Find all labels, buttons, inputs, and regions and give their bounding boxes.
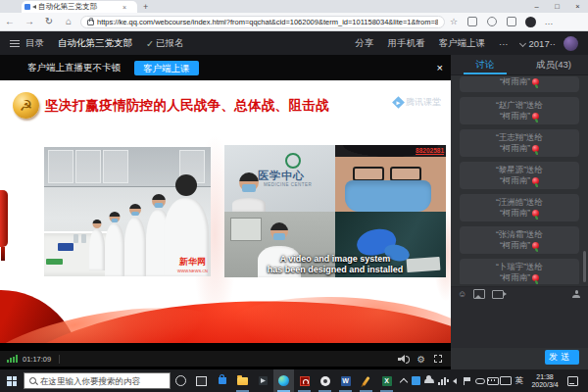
window-close-button[interactable]: ×: [567, 0, 588, 13]
back-icon[interactable]: ←: [0, 13, 20, 30]
tray-flag-button[interactable]: [461, 369, 473, 392]
tab-discussion[interactable]: 讨论: [451, 55, 519, 74]
rose-icon: [532, 274, 539, 281]
window-minimize-button[interactable]: –: [526, 0, 547, 13]
gift-message: “卜瑞宇”送给 “柯雨南”: [460, 259, 579, 284]
video-caption: A video and image system has been design…: [224, 254, 446, 274]
taskbar-search[interactable]: [24, 372, 171, 389]
browser-menu-icon[interactable]: …: [540, 17, 558, 26]
collections-icon[interactable]: [487, 17, 497, 26]
controls-right: ⚙: [398, 355, 442, 364]
browser-profile-avatar[interactable]: [525, 17, 536, 27]
favorite-star-icon[interactable]: ☆: [445, 17, 463, 26]
url-field[interactable]: https://ke.qq.com/webcourse/index.html?f…: [80, 16, 445, 28]
browser-titlebar: 自动化第三党支部 × + – □ ×: [0, 0, 588, 13]
emoji-picker-icon[interactable]: ☺: [458, 289, 466, 299]
refresh-icon[interactable]: ↻: [39, 13, 59, 30]
extension-icon[interactable]: [507, 17, 516, 26]
word-icon: W: [341, 376, 351, 386]
clock-date: 2020/3/4: [527, 381, 563, 389]
user-avatar[interactable]: [564, 36, 578, 51]
search-input[interactable]: [40, 375, 170, 387]
brand-play-icon: [392, 96, 405, 109]
windows-logo-icon: [7, 376, 17, 386]
chevron-down-icon: [518, 39, 525, 46]
account-label[interactable]: 2017··: [529, 38, 556, 49]
header-more-button[interactable]: ···: [499, 38, 509, 49]
cortana-button[interactable]: [171, 369, 191, 392]
glasses: [353, 167, 421, 178]
start-button[interactable]: [0, 369, 24, 392]
rose-icon: [532, 177, 539, 184]
tray-cloud-button[interactable]: [422, 369, 435, 392]
word-button[interactable]: W: [335, 369, 356, 392]
menu-icon[interactable]: [10, 40, 20, 47]
ime-indicator[interactable]: 英: [512, 375, 527, 387]
rose-icon: [532, 113, 539, 120]
chat-message-list[interactable]: “柯雨南” “赵广谱”送给 “柯雨南” “王志翔”送给 “柯雨南” “黎星源”送…: [451, 76, 588, 284]
qq-tray-icon: [412, 376, 420, 385]
letterbox: [0, 343, 451, 351]
media-app-button[interactable]: [253, 369, 273, 392]
store-button[interactable]: [212, 369, 232, 392]
browser-tab[interactable]: 自动化第三党支部 ×: [22, 1, 137, 13]
slide-surface[interactable]: ☭ 坚决打赢疫情防控的人民战争、总体战、阻击战 腾讯课堂: [0, 80, 451, 343]
gift-message: “柯雨南”: [460, 76, 579, 92]
tab-members[interactable]: 成员(43): [519, 55, 588, 74]
folder-icon: [237, 377, 248, 385]
player-controls: 01:17:09 ⚙: [0, 351, 451, 367]
person-figure: [124, 204, 146, 276]
tray-link-button[interactable]: [473, 369, 486, 392]
acrobat-icon: [300, 376, 310, 386]
taskbar-clock[interactable]: 21:38 2020/3/4: [527, 373, 563, 389]
file-explorer-button[interactable]: [232, 369, 253, 392]
music-app-button[interactable]: [315, 369, 335, 392]
settings-gear-icon[interactable]: ⚙: [416, 355, 425, 364]
controls-divider: [59, 355, 60, 364]
tab-close-icon[interactable]: ×: [122, 4, 126, 11]
toc-button[interactable]: 目录: [25, 37, 44, 50]
speaker-icon: [453, 378, 457, 384]
action-center-button[interactable]: [563, 369, 582, 392]
tray-expand-button[interactable]: [397, 369, 410, 392]
send-button[interactable]: 发送: [545, 350, 579, 365]
chat-input[interactable]: [451, 301, 588, 348]
tray-volume-button[interactable]: [448, 369, 461, 392]
forward-icon[interactable]: →: [20, 13, 39, 30]
gift-message: “黎星源”送给 “柯雨南”: [460, 162, 579, 189]
gift-message: “汪洲皓”送给 “柯雨南”: [460, 194, 579, 221]
new-tab-button[interactable]: +: [143, 2, 148, 12]
course-header: 目录 自动化第三党支部 ✓ 已报名 分享 用手机看 客户端上课 ··· 2017…: [0, 31, 588, 55]
tray-qq-button[interactable]: [410, 369, 422, 392]
photo-lab-visit: 新华网 WWW.NEWS.CN: [44, 147, 211, 276]
home-icon[interactable]: ⌂: [59, 13, 78, 30]
watch-on-phone-button[interactable]: 用手机看: [388, 37, 425, 50]
task-view-button[interactable]: [191, 369, 212, 392]
camera-icon[interactable]: [492, 290, 504, 299]
acrobat-button[interactable]: [294, 369, 315, 392]
network-icon: [438, 377, 446, 385]
tray-keyboard-button[interactable]: [486, 369, 499, 392]
member-toggle-icon[interactable]: [572, 290, 580, 298]
lab-glassware: [81, 234, 86, 243]
favorites-bar-icon[interactable]: [467, 17, 477, 26]
lab-glassware: [74, 234, 78, 243]
gift-message: “王志翔”送给 “柯雨南”: [460, 129, 579, 157]
client-class-button[interactable]: 客户端上课: [439, 37, 486, 50]
link-icon: [475, 378, 485, 384]
tray-display-button[interactable]: [499, 369, 512, 392]
excel-button[interactable]: X: [376, 369, 397, 392]
banner-close-icon[interactable]: ×: [437, 63, 443, 74]
pen-app-button[interactable]: [356, 369, 376, 392]
fullscreen-icon[interactable]: [434, 355, 442, 363]
share-button[interactable]: 分享: [356, 37, 374, 50]
banner-client-button[interactable]: 客户端上课: [134, 61, 199, 75]
edge-browser-button[interactable]: [273, 369, 294, 392]
test-tube-rack: [58, 243, 74, 251]
chat-scrollbar[interactable]: [583, 251, 586, 282]
video-player[interactable]: 客户端上直播更不卡顿 客户端上课 × ☭ 坚决打赢疫情防控的人民战争、总体战、阻…: [0, 55, 451, 369]
pen-app-icon: [362, 376, 369, 386]
window-maximize-button[interactable]: □: [547, 0, 567, 13]
volume-icon[interactable]: [398, 355, 408, 363]
image-upload-icon[interactable]: [473, 289, 485, 299]
